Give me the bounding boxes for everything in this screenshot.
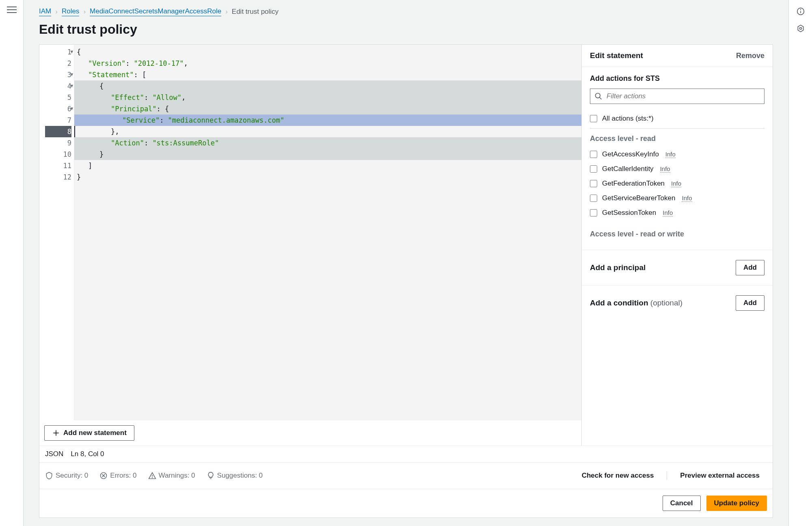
filter-actions-input[interactable] [590, 89, 764, 104]
action-label: GetServiceBearerToken [602, 194, 675, 202]
add-new-statement-button[interactable]: Add new statement [44, 425, 134, 441]
add-actions-heading: Add actions for STS [590, 74, 764, 83]
left-rail [0, 0, 24, 526]
cancel-button[interactable]: Cancel [663, 496, 701, 511]
action-label: GetFederationToken [602, 180, 665, 188]
search-icon [594, 92, 603, 100]
all-actions-checkbox[interactable] [590, 115, 597, 122]
access-level-read-label: Access level - read [590, 134, 764, 143]
suggestions-count: Suggestions: 0 [207, 472, 263, 480]
update-policy-button[interactable]: Update policy [706, 496, 767, 511]
code-editor[interactable]: 1▼ 2 3▼ 4▼ 5 6▼ 7 8 9 10 11 12 [39, 45, 581, 420]
error-icon [99, 472, 108, 480]
breadcrumb-iam[interactable]: IAM [39, 7, 51, 16]
cursor-position: Ln 8, Col 0 [71, 450, 104, 458]
add-condition-button[interactable]: Add [736, 295, 764, 311]
info-link[interactable]: Info [665, 151, 676, 158]
hamburger-icon[interactable] [7, 5, 17, 15]
svg-point-8 [152, 478, 152, 478]
breadcrumb-sep: › [55, 8, 58, 16]
warnings-count: Warnings: 0 [148, 472, 195, 480]
plus-icon [52, 429, 60, 437]
breadcrumb-current: Edit trust policy [232, 8, 279, 16]
svg-marker-12 [798, 25, 803, 32]
editor-container: 1▼ 2 3▼ 4▼ 5 6▼ 7 8 9 10 11 12 [39, 44, 773, 518]
info-icon[interactable] [797, 7, 805, 15]
edit-statement-title: Edit statement [590, 51, 643, 60]
svg-point-13 [799, 28, 801, 30]
add-condition-label: Add a condition (optional) [590, 299, 682, 307]
settings-icon[interactable] [797, 24, 805, 32]
page-title: Edit trust policy [39, 22, 773, 37]
svg-point-11 [800, 9, 801, 10]
all-actions-label: All actions (sts:*) [602, 115, 654, 123]
action-label: GetSessionToken [602, 209, 656, 217]
action-label: GetAccessKeyInfo [602, 150, 659, 158]
security-count: Security: 0 [45, 472, 88, 480]
info-link[interactable]: Info [663, 209, 673, 216]
action-checkbox[interactable] [590, 180, 597, 187]
statement-editor-panel: Edit statement Remove Add actions for ST… [582, 45, 773, 446]
lightbulb-icon [207, 472, 215, 480]
breadcrumb-sep: › [225, 8, 228, 16]
shield-icon [45, 472, 53, 480]
add-principal-button[interactable]: Add [736, 260, 764, 275]
action-label: GetCallerIdentity [602, 165, 654, 173]
breadcrumb-rolename[interactable]: MediaConnectSecretsManagerAccessRole [90, 7, 221, 16]
remove-statement-button[interactable]: Remove [736, 52, 764, 60]
warning-icon [148, 472, 156, 480]
info-link[interactable]: Info [660, 165, 670, 173]
action-checkbox[interactable] [590, 165, 597, 173]
action-checkbox[interactable] [590, 209, 597, 216]
right-rail [788, 0, 812, 526]
svg-point-2 [596, 93, 600, 98]
breadcrumb-roles[interactable]: Roles [62, 7, 79, 16]
code-lines[interactable]: { "Version": "2012-10-17", "Statement": … [74, 45, 581, 420]
check-new-access-button[interactable]: Check for new access [574, 468, 661, 483]
filter-actions-field[interactable] [607, 92, 760, 100]
action-checkbox[interactable] [590, 151, 597, 158]
preview-external-access-button[interactable]: Preview external access [673, 468, 767, 483]
footer-actions: Cancel Update policy [39, 489, 773, 517]
access-level-read-write-label: Access level - read or write [590, 230, 764, 238]
validation-bar: Security: 0 Errors: 0 Warnings: 0 Sugges… [39, 462, 773, 489]
info-link[interactable]: Info [671, 180, 681, 187]
code-pane: 1▼ 2 3▼ 4▼ 5 6▼ 7 8 9 10 11 12 [39, 45, 582, 446]
editor-mode: JSON [45, 450, 63, 458]
main-content: IAM › Roles › MediaConnectSecretsManager… [24, 0, 788, 526]
breadcrumb: IAM › Roles › MediaConnectSecretsManager… [39, 7, 773, 16]
breadcrumb-sep: › [83, 8, 86, 16]
editor-statusbar: JSON Ln 8, Col 0 [39, 446, 773, 462]
line-gutter: 1▼ 2 3▼ 4▼ 5 6▼ 7 8 9 10 11 12 [39, 45, 74, 420]
add-principal-label: Add a principal [590, 263, 646, 272]
errors-count: Errors: 0 [99, 472, 136, 480]
info-link[interactable]: Info [682, 195, 692, 202]
action-checkbox[interactable] [590, 195, 597, 202]
svg-line-3 [600, 97, 602, 100]
